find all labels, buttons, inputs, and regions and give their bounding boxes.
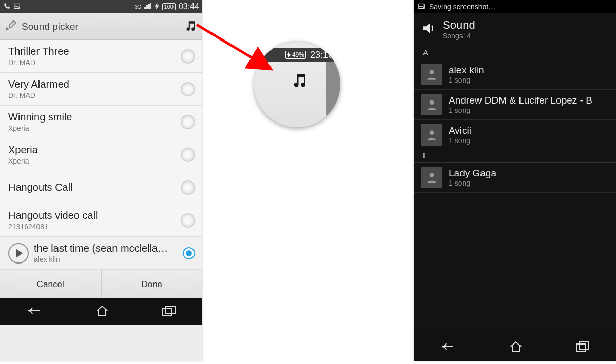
- statusbar: 3G 100 03:44: [0, 0, 202, 13]
- tools-icon: [5, 19, 17, 34]
- zoom-time: 23:16: [310, 50, 333, 60]
- nav-bar: [414, 334, 616, 361]
- sound-subtitle: Dr. MAD: [8, 91, 69, 99]
- phone-icon: [3, 3, 10, 11]
- sound-subtitle: Xperia: [8, 157, 38, 165]
- radio-unselected-icon[interactable]: [181, 213, 195, 228]
- sound-title: Hangouts video call: [8, 210, 98, 221]
- picture-icon: [13, 3, 21, 11]
- sound-title: Winning smile: [8, 111, 72, 123]
- radio-unselected-icon[interactable]: [181, 148, 195, 162]
- radio-unselected-icon[interactable]: [181, 180, 195, 195]
- sound-artists-screen: Saving screenshot… Sound Songs: 4 A alex…: [414, 0, 616, 361]
- artist-count: 1 song: [449, 106, 592, 114]
- artist-name: Avicii: [449, 125, 471, 136]
- sound-title: Xperia: [8, 144, 38, 156]
- zoom-callout: 49% 23:16: [254, 41, 340, 127]
- radio-unselected-icon[interactable]: [181, 49, 195, 64]
- sound-row[interactable]: Thriller Three Dr. MAD: [0, 40, 202, 73]
- done-button[interactable]: Done: [101, 270, 203, 298]
- radio-unselected-icon[interactable]: [181, 115, 195, 129]
- sound-row[interactable]: Hangouts Call: [0, 171, 202, 204]
- artist-name: alex klin: [449, 65, 484, 76]
- sound-subtitle: Xperia: [8, 124, 72, 132]
- sound-row[interactable]: Hangouts video call 2131624081: [0, 204, 202, 237]
- sound-title: the last time (sean mcclella…: [34, 242, 168, 254]
- svg-rect-10: [580, 342, 589, 349]
- svg-point-5: [430, 70, 434, 74]
- artist-name: Lady Gaga: [449, 168, 496, 179]
- screen-header: Sound Songs: 4: [414, 13, 616, 47]
- statusbar: Saving screenshot…: [414, 0, 616, 13]
- svg-point-6: [430, 100, 434, 105]
- recent-apps-icon[interactable]: [575, 341, 590, 354]
- clock: 03:44: [179, 2, 199, 11]
- speaker-icon: [421, 21, 436, 38]
- appbar: Sound picker: [0, 13, 202, 40]
- svg-point-7: [430, 130, 434, 135]
- radio-unselected-icon[interactable]: [181, 82, 195, 96]
- sound-title: Hangouts Call: [8, 181, 73, 193]
- music-icon[interactable]: [184, 19, 197, 34]
- svg-rect-9: [576, 344, 586, 351]
- sound-title: Thriller Three: [8, 46, 69, 57]
- status-text: Saving screenshot…: [429, 3, 495, 11]
- back-icon[interactable]: [26, 305, 43, 319]
- svg-rect-2: [166, 306, 175, 313]
- sound-row[interactable]: Very Alarmed Dr. MAD: [0, 73, 202, 106]
- artist-row[interactable]: alex klin 1 song: [414, 59, 616, 90]
- sound-subtitle: 2131624081: [8, 223, 98, 231]
- svg-point-8: [430, 173, 434, 177]
- network-label: 3G: [134, 4, 141, 10]
- svg-rect-1: [163, 308, 172, 315]
- artist-row[interactable]: Avicii 1 song: [414, 120, 616, 150]
- music-icon: [290, 71, 309, 91]
- nav-bar: [0, 298, 202, 325]
- avatar-icon: [421, 94, 442, 115]
- sound-picker-screen: 3G 100 03:44 Sound picker Thriller Three: [0, 0, 202, 361]
- avatar-icon: [421, 167, 442, 188]
- appbar-title-text: Sound picker: [22, 21, 79, 32]
- artist-row[interactable]: Andrew DDM & Lucifer Lopez - B 1 song: [414, 90, 616, 120]
- bolt-icon: [155, 3, 159, 11]
- back-icon[interactable]: [440, 340, 456, 355]
- cancel-button[interactable]: Cancel: [0, 270, 101, 298]
- sound-row[interactable]: Xperia Xperia: [0, 138, 202, 171]
- avatar-icon: [421, 64, 442, 85]
- artist-count: 1 song: [449, 136, 471, 145]
- play-icon[interactable]: [8, 243, 29, 264]
- artist-count: 1 song: [449, 76, 484, 84]
- sound-subtitle: Dr. MAD: [8, 58, 69, 67]
- artist-name: Andrew DDM & Lucifer Lopez - B: [449, 95, 592, 106]
- sound-subtitle: alex klin: [34, 255, 168, 264]
- zoom-battery: 49%: [285, 51, 306, 59]
- home-icon[interactable]: [95, 305, 109, 319]
- home-icon[interactable]: [509, 340, 523, 355]
- radio-selected-icon[interactable]: [183, 247, 195, 259]
- picture-icon: [418, 3, 425, 11]
- sound-title: Very Alarmed: [8, 78, 69, 90]
- sound-row[interactable]: the last time (sean mcclella… alex klin: [0, 237, 202, 270]
- artist-row[interactable]: Lady Gaga 1 song: [414, 163, 616, 193]
- sound-list: Thriller Three Dr. MAD Very Alarmed Dr. …: [0, 40, 202, 270]
- avatar-icon: [421, 124, 442, 146]
- section-header: L: [414, 150, 616, 163]
- header-title: Sound: [442, 18, 475, 32]
- recent-apps-icon[interactable]: [162, 305, 176, 318]
- header-subtitle: Songs: 4: [442, 32, 475, 40]
- sound-row[interactable]: Winning smile Xperia: [0, 106, 202, 138]
- battery-level: 100: [162, 3, 176, 10]
- section-header: A: [414, 47, 616, 59]
- dialog-footer: Cancel Done: [0, 270, 202, 298]
- signal-icon: [144, 3, 151, 11]
- artist-count: 1 song: [449, 179, 496, 187]
